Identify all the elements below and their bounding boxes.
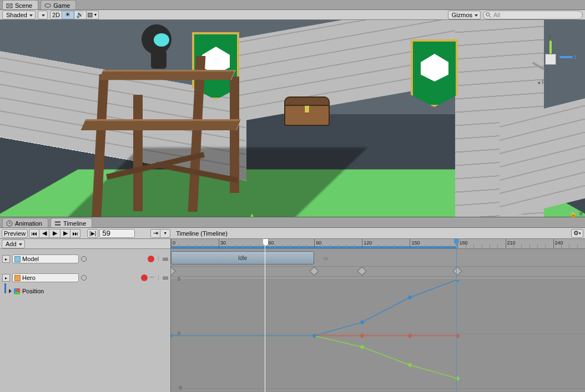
- scene-search-input[interactable]: All: [483, 11, 583, 19]
- gameobject-icon: [14, 256, 21, 262]
- svg-rect-21: [360, 320, 364, 325]
- svg-rect-8: [55, 224, 60, 226]
- expand-icon[interactable]: [9, 289, 12, 293]
- svg-rect-7: [55, 221, 60, 223]
- timeline-asset-label: Timeline (Timeline): [176, 230, 228, 237]
- game-icon: [44, 2, 51, 9]
- transform-icon: [14, 288, 20, 294]
- keyframe-row[interactable]: [171, 267, 585, 277]
- search-icon: [486, 12, 492, 18]
- gizmos-label: Gizmos: [452, 12, 472, 18]
- track-handle-icon[interactable]: [163, 277, 168, 279]
- track-model-label: Model: [22, 256, 39, 262]
- toggle-audio[interactable]: 🔊: [74, 11, 87, 19]
- panel-menu-icon[interactable]: ≡: [579, 210, 583, 217]
- tab-timeline[interactable]: Timeline: [51, 218, 92, 227]
- track-row-hero[interactable]: ▸ Hero 〰 ⋮: [0, 270, 170, 286]
- goto-end-button[interactable]: ⏭: [70, 229, 80, 238]
- draw-dropdown[interactable]: [38, 11, 48, 19]
- play-button[interactable]: ▶: [49, 229, 60, 238]
- loop-icon: ∞: [324, 254, 329, 262]
- svg-point-4: [486, 13, 490, 16]
- sun-icon: ☀: [65, 11, 70, 18]
- track-model-objectfield[interactable]: Model: [12, 254, 79, 263]
- track-expand-toggle[interactable]: ▸: [2, 255, 10, 263]
- add-track-dropdown[interactable]: Add: [2, 240, 25, 248]
- avatar-mask-icon[interactable]: [81, 256, 87, 262]
- scene-viewport[interactable]: ▲ y z Persp: [0, 20, 585, 217]
- tab-animation[interactable]: Animation: [2, 218, 48, 227]
- clip-idle[interactable]: Idle ∞: [171, 251, 314, 264]
- track-menu-icon[interactable]: ⋮: [156, 275, 161, 281]
- end-marker[interactable]: [456, 239, 457, 392]
- play-range-button[interactable]: [▶]: [87, 229, 98, 238]
- play-icon: ▶: [53, 230, 57, 237]
- track-expand-toggle[interactable]: ▸: [2, 274, 10, 282]
- gear-icon: ⚙: [573, 230, 579, 237]
- projection-label[interactable]: Persp: [537, 79, 556, 85]
- preview-button[interactable]: Preview: [2, 229, 28, 238]
- goto-start-button[interactable]: ⏮: [29, 229, 39, 238]
- curve-area[interactable]: 50-5: [171, 279, 585, 392]
- track-accent: [4, 283, 6, 293]
- track-menu-icon[interactable]: ⋮: [156, 256, 161, 262]
- clock-icon: [6, 220, 13, 227]
- timeline-pane[interactable]: 0306090120150180210240 Idle ∞ 50-5: [171, 239, 585, 392]
- curves-icon[interactable]: 〰: [149, 275, 154, 281]
- toggle-lighting[interactable]: ☀: [62, 11, 74, 19]
- toggle-fx[interactable]: ▧▼: [87, 11, 99, 19]
- tab-game[interactable]: Game: [41, 0, 76, 9]
- chevron-down-icon: ▼: [163, 231, 167, 235]
- track-handle-icon[interactable]: [163, 258, 168, 261]
- timeline-ruler[interactable]: 0306090120150180210240: [171, 239, 585, 249]
- tab-timeline-label: Timeline: [63, 220, 86, 227]
- marker-icon: ⇥: [153, 230, 158, 237]
- timeline-icon: [54, 220, 61, 227]
- tab-game-label: Game: [53, 2, 70, 9]
- banner-2: [411, 39, 458, 107]
- svg-rect-17: [407, 363, 412, 368]
- chevron-down-icon: ▾: [579, 231, 581, 236]
- timeline-settings-button[interactable]: ⚙▾: [571, 229, 583, 238]
- svg-rect-22: [407, 295, 412, 300]
- chevron-down-icon: ▼: [93, 13, 97, 17]
- clip-row-model: Idle ∞: [171, 249, 585, 267]
- tab-scene[interactable]: Scene: [2, 0, 38, 9]
- track-hero-label: Hero: [22, 274, 36, 281]
- prev-key-button[interactable]: ◀: [39, 229, 49, 238]
- shading-mode-label: Shaded: [6, 12, 27, 18]
- move-gizmo-icon: ▲: [247, 211, 257, 217]
- tab-scene-label: Scene: [15, 2, 32, 9]
- axis-y-label: y: [548, 33, 551, 39]
- treasure-chest: [284, 96, 330, 128]
- toggle-2d[interactable]: 2D: [50, 11, 62, 19]
- avatar-mask-icon[interactable]: [81, 275, 87, 281]
- svg-rect-3: [45, 4, 51, 7]
- marker-dd[interactable]: ▼: [160, 229, 170, 238]
- playhead[interactable]: [265, 239, 265, 392]
- prev-icon: ◀: [42, 230, 47, 237]
- clip-idle-label: Idle: [238, 255, 247, 261]
- record-icon[interactable]: [148, 256, 154, 262]
- property-position-label: Position: [22, 288, 44, 294]
- svg-rect-16: [360, 344, 364, 349]
- next-key-button[interactable]: ▶: [60, 229, 70, 238]
- preview-label: Preview: [4, 230, 26, 237]
- search-placeholder: All: [493, 12, 500, 18]
- first-icon: ⏮: [31, 230, 37, 237]
- orientation-gizmo[interactable]: y z Persp: [525, 34, 575, 84]
- svg-line-5: [490, 16, 491, 18]
- property-row-position[interactable]: Position: [0, 286, 170, 297]
- current-frame-field[interactable]: [99, 229, 135, 238]
- record-icon[interactable]: [141, 274, 148, 281]
- track-row-model[interactable]: ▸ Model ⋮: [0, 251, 170, 267]
- shading-mode-dropdown[interactable]: Shaded: [2, 11, 36, 19]
- timeline-range: [171, 246, 456, 248]
- audio-icon: 🔊: [76, 11, 84, 18]
- marker-button[interactable]: ⇥: [150, 229, 160, 238]
- lock-icon[interactable]: 🔓: [569, 210, 577, 217]
- hero-character: [139, 24, 180, 73]
- last-icon: ⏭: [72, 230, 78, 237]
- track-hero-objectfield[interactable]: Hero: [12, 273, 79, 282]
- gizmos-dropdown[interactable]: Gizmos: [448, 11, 481, 19]
